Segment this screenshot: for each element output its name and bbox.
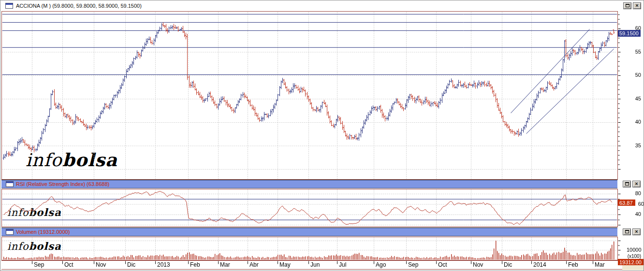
last-price-badge: 59.1500 — [618, 30, 641, 37]
chart-canvas — [0, 0, 644, 271]
axis-corner — [622, 265, 644, 270]
rsi-value-badge: 63.87 — [618, 200, 635, 206]
chart-application-window: ACCIONA (M ) (59.8000, 59.8000, 58.9000,… — [0, 0, 644, 271]
volume-value-badge: 19312.00 — [618, 259, 644, 265]
